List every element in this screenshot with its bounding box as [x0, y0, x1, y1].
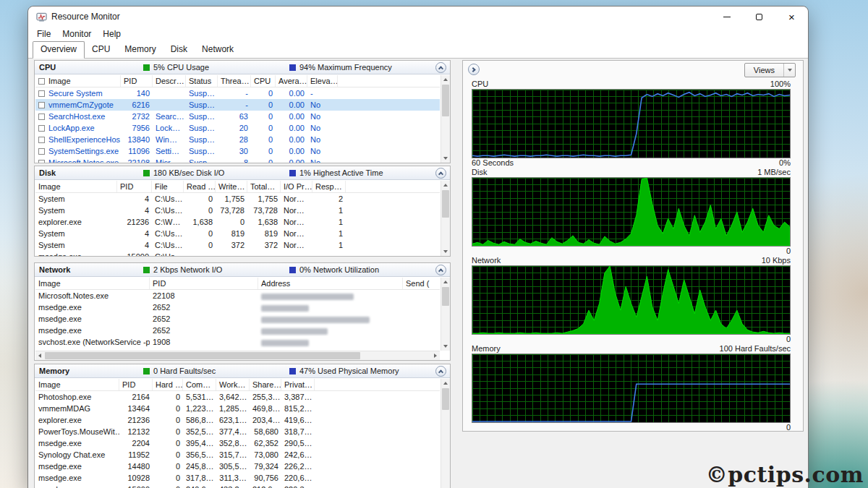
column-header-send[interactable]: Send ( — [403, 278, 440, 289]
scroll-up-button[interactable] — [441, 278, 450, 286]
table-row[interactable]: msedge.exe150000240,6…433,2…212,9…220,3… — [35, 484, 440, 488]
column-header-privat[interactable]: Privat… — [281, 379, 315, 390]
table-row[interactable]: msedge.exe109280317,8…311,3…90,756220,6… — [35, 472, 440, 484]
maximize-button[interactable] — [743, 7, 775, 27]
table-row[interactable]: LockApp.exe7956Lock…Susp…2000.00No — [35, 122, 440, 134]
column-header-file[interactable]: File — [152, 181, 184, 192]
row-checkbox[interactable] — [38, 114, 45, 120]
column-header-cpu[interactable]: CPU — [251, 75, 276, 87]
table-row[interactable]: msedge.exe2652 — [35, 325, 440, 336]
table-row[interactable]: SearchHost.exe2732Searc…Susp…6300.00No — [35, 111, 440, 122]
disk-collapse-button[interactable] — [435, 168, 446, 179]
scroll-down-button[interactable] — [441, 154, 450, 163]
disk-table-scrollbar[interactable] — [441, 181, 450, 256]
column-header-hard[interactable]: Hard … — [153, 379, 183, 390]
column-header-eleva[interactable]: Eleva… — [307, 75, 338, 87]
close-button[interactable]: × — [775, 7, 808, 27]
table-row[interactable]: msedge.exe15000C:\Us… — [35, 251, 440, 256]
table-row[interactable]: System4C:\Us…01,7551,755Nor…2 — [35, 193, 440, 205]
column-header-image[interactable]: Image — [35, 181, 117, 192]
disk-panel-header[interactable]: Disk 180 KB/sec Disk I/O 1% Highest Acti… — [35, 166, 450, 180]
column-header-work[interactable]: Work… — [216, 379, 250, 390]
header-checkbox[interactable] — [38, 78, 45, 85]
column-header-pid[interactable]: PID — [150, 278, 258, 289]
network-table-hscrollbar[interactable] — [35, 351, 440, 360]
column-header-pid[interactable]: PID — [121, 75, 153, 87]
memory-table-scrollbar[interactable] — [441, 379, 450, 488]
cpu-collapse-button[interactable] — [435, 62, 446, 73]
row-checkbox[interactable] — [38, 102, 45, 108]
row-checkbox[interactable] — [38, 137, 45, 143]
cpu-table-scrollbar[interactable] — [441, 75, 450, 163]
views-button[interactable]: Views — [744, 63, 796, 77]
column-header-avera[interactable]: Avera… — [276, 75, 307, 87]
row-checkbox[interactable] — [38, 90, 45, 97]
scrollbar-thumb[interactable] — [442, 85, 449, 116]
tab-disk[interactable]: Disk — [163, 42, 195, 57]
row-checkbox[interactable] — [38, 160, 45, 163]
titlebar[interactable]: Resource Monitor × — [28, 7, 808, 27]
tab-memory[interactable]: Memory — [117, 42, 163, 57]
memory-panel-header[interactable]: Memory 0 Hard Faults/sec 47% Used Physic… — [35, 364, 450, 378]
menu-monitor[interactable]: Monitor — [56, 29, 97, 39]
column-header-descr[interactable]: Descr… — [153, 75, 186, 87]
menu-help[interactable]: Help — [97, 29, 127, 39]
scrollbar-thumb[interactable] — [442, 190, 449, 218]
table-row[interactable]: explorer.exe21236C:\W…1,63801,638Nor…1 — [35, 216, 440, 228]
table-row[interactable]: svchost.exe (NetworkService -p)1908 — [35, 336, 440, 348]
scroll-up-button[interactable] — [441, 75, 450, 84]
column-header-image[interactable]: Image — [35, 75, 121, 87]
table-row[interactable]: PowerToys.MouseWit…121320352,5…377,4…58,… — [35, 426, 440, 437]
table-row[interactable]: Photoshop.exe216405,531…3,642…255,3…3,38… — [35, 391, 440, 403]
column-header-status[interactable]: Status — [186, 75, 218, 87]
column-header-address[interactable]: Address — [258, 278, 403, 289]
table-row[interactable]: msedge.exe2652 — [35, 301, 440, 313]
scrollbar-thumb[interactable] — [45, 352, 360, 359]
table-row[interactable]: Microsoft.Notes.exe22108 — [35, 290, 440, 301]
table-row[interactable]: msedge.exe22040395,4…352,8…62,352290,5… — [35, 437, 440, 449]
table-row[interactable]: vmmemCmZygote6216Susp…-00.00No — [35, 99, 440, 111]
column-header-threa[interactable]: Threa… — [218, 75, 251, 87]
scrollbar-thumb[interactable] — [442, 388, 449, 410]
scroll-up-button[interactable] — [441, 379, 450, 388]
table-row[interactable]: System4C:\Us…073,72873,728Nor…1 — [35, 205, 440, 216]
memory-collapse-button[interactable] — [435, 366, 446, 377]
column-header-read[interactable]: Read … — [184, 181, 216, 192]
table-row[interactable]: Secure System140Susp…-00.00- — [35, 87, 440, 99]
table-row[interactable]: vmmemMDAG1346401,223…1,285…469,8…815,2… — [35, 403, 440, 414]
column-header-share[interactable]: Share… — [250, 379, 281, 390]
table-row[interactable]: ShellExperienceHos…13840Win…Susp…2800.00… — [35, 134, 440, 145]
column-header-resp[interactable]: Resp… — [312, 181, 346, 192]
table-row[interactable]: msedge.exe144800245,8…305,5…79,324226,2… — [35, 461, 440, 472]
table-row[interactable]: System4C:\Us…0819819Nor…1 — [35, 228, 440, 239]
table-row[interactable]: explorer.exe212360586,8…623,1…203,4…419,… — [35, 414, 440, 426]
tab-overview[interactable]: Overview — [33, 41, 85, 59]
table-row[interactable]: SystemSettings.exe11096Setti…Susp…3000.0… — [35, 145, 440, 157]
scroll-down-button[interactable] — [441, 342, 450, 351]
row-checkbox[interactable] — [38, 148, 45, 155]
views-dropdown-arrow[interactable] — [783, 64, 795, 77]
scroll-up-button[interactable] — [441, 181, 450, 189]
row-checkbox[interactable] — [38, 125, 45, 132]
scroll-left-button[interactable] — [35, 351, 44, 360]
scroll-down-button[interactable] — [441, 247, 450, 256]
table-row[interactable]: System4C:\Us…0372372Nor…1 — [35, 239, 440, 251]
expand-graphs-button[interactable] — [468, 64, 480, 75]
tab-network[interactable]: Network — [195, 42, 241, 57]
table-row[interactable]: Synology Chat.exe119520356,5…315,7…73,08… — [35, 449, 440, 461]
column-header-pid[interactable]: PID — [119, 379, 153, 390]
minimize-button[interactable] — [710, 7, 743, 27]
scrollbar-thumb[interactable] — [442, 287, 449, 306]
tab-cpu[interactable]: CPU — [85, 42, 117, 57]
scroll-right-button[interactable] — [431, 351, 440, 360]
column-header-image[interactable]: Image — [35, 379, 119, 390]
network-collapse-button[interactable] — [435, 265, 446, 275]
network-panel-header[interactable]: Network 2 Kbps Network I/O 0% Network Ut… — [35, 263, 450, 277]
menu-file[interactable]: File — [31, 29, 56, 39]
table-row[interactable]: Microsoft.Notes.exe22108Micr…Susp…800.00… — [35, 157, 440, 163]
table-row[interactable]: msedge.exe2652 — [35, 313, 440, 325]
column-header-image[interactable]: Image — [35, 278, 150, 289]
column-header-com[interactable]: Com… — [183, 379, 216, 390]
column-header-iopr[interactable]: I/O Pr… — [281, 181, 312, 192]
network-table-scrollbar[interactable] — [441, 278, 450, 351]
